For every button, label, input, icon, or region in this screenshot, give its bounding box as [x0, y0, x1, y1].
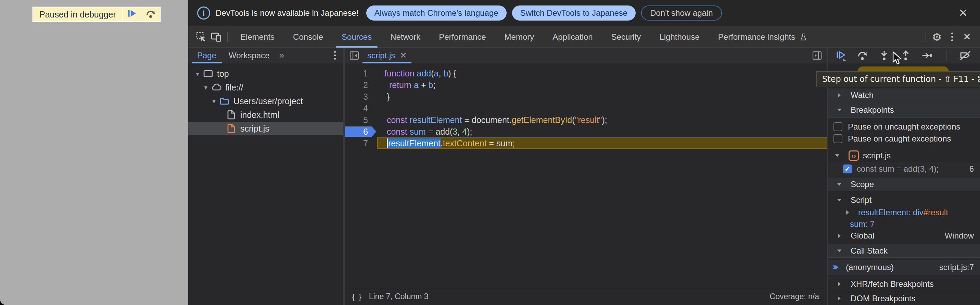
js-file-icon: ‹› [848, 150, 859, 161]
infobar-close-icon[interactable]: ✕ [955, 6, 971, 19]
hide-navigator-icon[interactable] [347, 49, 361, 62]
step-over-button[interactable] [856, 50, 869, 62]
section-call-stack[interactable]: Call Stack [828, 244, 980, 258]
info-icon: i [197, 6, 210, 19]
gutter-line-4[interactable]: 4 [345, 102, 377, 114]
section-xhr-breakpoints[interactable]: XHR/fetch Breakpoints [828, 278, 980, 290]
editor-statusbar: { } Line 7, Column 3 Coverage: n/a [345, 288, 827, 305]
gutter-line-2[interactable]: 2 [345, 79, 377, 91]
breakpoint-gutter-line-6[interactable]: 6 [345, 126, 377, 137]
devtools-window: i DevTools is now available in Japanese!… [188, 0, 980, 305]
editor-tabbar: script.js ✕ [345, 48, 827, 63]
pause-uncaught-checkbox[interactable] [834, 122, 842, 131]
gutter-line-1[interactable]: 1 [345, 67, 377, 79]
panel-tab-performance-insights[interactable]: Performance insights [709, 26, 817, 48]
section-watch[interactable]: Watch [828, 88, 980, 102]
editor-tab-scriptjs[interactable]: script.js ✕ [361, 48, 413, 63]
resume-button[interactable] [835, 50, 847, 62]
tree-expander-icon[interactable]: ▾ [201, 84, 210, 91]
pause-caught-checkbox[interactable] [834, 134, 842, 143]
tree-expander-icon[interactable]: ▾ [210, 97, 218, 105]
dont-show-again-button[interactable]: Don't show again [641, 5, 722, 21]
pretty-print-icon[interactable]: { } [352, 292, 362, 302]
breakpoint-entry[interactable]: ✓ const sum = add(3, 4); 6 [828, 163, 980, 176]
breakpoint-checkbox[interactable]: ✓ [843, 164, 852, 173]
step-over-banner-button[interactable] [142, 8, 160, 21]
folder-icon [219, 96, 230, 106]
scope-var-resultelement[interactable]: resultElement: div#result [828, 206, 980, 219]
code-line-5: 5 const resultElement = document.getElem… [345, 114, 827, 126]
switch-to-japanese-button[interactable]: Switch DevTools to Japanese [512, 5, 636, 21]
navigator-tab-page[interactable]: Page [191, 48, 223, 63]
code-line-1: 1function add(a, b) { [345, 67, 827, 79]
tree-item-label: index.html [240, 110, 279, 120]
inspect-element-icon[interactable] [194, 29, 209, 45]
execution-line-content[interactable]: resultElement.textContent = sum; [377, 137, 827, 149]
call-stack-frame[interactable]: (anonymous) script.js:7 [828, 260, 980, 275]
panel-tab-network[interactable]: Network [381, 26, 430, 48]
gutter-line-3[interactable]: 3 [345, 91, 377, 102]
cursor-position: Line 7, Column 3 [369, 292, 428, 301]
deactivate-breakpoints-icon[interactable] [959, 50, 972, 62]
section-scope[interactable]: Scope [828, 177, 980, 191]
tree-item-label: file:// [225, 83, 243, 93]
panel-tab-memory[interactable]: Memory [495, 26, 544, 48]
flask-icon [799, 33, 808, 41]
tree-expander-icon[interactable]: ▾ [193, 70, 202, 78]
resume-script-button[interactable] [123, 8, 141, 21]
language-infobar: i DevTools is now available in Japanese!… [188, 0, 980, 26]
line-content[interactable]: const resultElement = document.getElemen… [377, 114, 827, 126]
gutter-line-7[interactable]: 7 [345, 137, 377, 149]
line-content[interactable]: } [377, 91, 827, 102]
tree-item-index.html[interactable]: index.html [188, 108, 343, 122]
devtools-close-icon[interactable]: ✕ [959, 29, 975, 45]
scope-global-row[interactable]: Global Window [828, 230, 980, 242]
scope-var-sum[interactable]: sum: 7 [828, 219, 980, 230]
pause-uncaught-row: Pause on uncaught exceptions [828, 121, 980, 133]
line-content[interactable] [377, 102, 827, 114]
navigator-menu-icon[interactable] [329, 51, 340, 60]
breakpoint-line-number: 6 [969, 164, 980, 174]
panel-tab-security[interactable]: Security [602, 26, 651, 48]
tree-item-users-user-project[interactable]: ▾Users/user/project [188, 94, 343, 108]
breakpoint-group-scriptjs[interactable]: ‹› script.js [828, 148, 980, 163]
debugger-toolbar-separator [946, 50, 947, 61]
tree-item-label: Users/user/project [234, 96, 303, 106]
cloud-icon [211, 82, 222, 93]
tree-item-label: script.js [240, 124, 269, 134]
step-button[interactable] [921, 50, 934, 62]
file-icon [226, 110, 237, 120]
tree-item-top[interactable]: ▾top [188, 67, 343, 81]
line-content[interactable]: return a + b; [377, 79, 827, 91]
step-into-button[interactable] [878, 50, 890, 62]
navigator-tab-workspace[interactable]: Workspace [223, 48, 276, 63]
customize-menu-icon[interactable] [944, 29, 959, 45]
gutter-line-5[interactable]: 5 [345, 114, 377, 126]
panel-tab-elements[interactable]: Elements [231, 26, 284, 48]
settings-gear-icon[interactable]: ⚙ [929, 29, 944, 45]
editor-pane: script.js ✕ 1function add(a, b) {2 retur… [345, 48, 827, 305]
more-tabs-icon[interactable]: » [276, 50, 288, 61]
code-line-3: 3 } [345, 91, 827, 102]
section-breakpoints[interactable]: Breakpoints [828, 102, 980, 118]
editor-tab-close-icon[interactable]: ✕ [400, 51, 407, 60]
line-content[interactable]: function add(a, b) { [377, 67, 827, 79]
panel-tab-lighthouse[interactable]: Lighthouse [650, 26, 708, 48]
device-toolbar-icon[interactable] [209, 29, 224, 45]
tree-item-script.js[interactable]: script.js [188, 122, 343, 136]
always-match-language-button[interactable]: Always match Chrome's language [366, 5, 507, 21]
current-frame-icon [832, 264, 840, 271]
section-dom-breakpoints[interactable]: DOM Breakpoints [828, 292, 980, 304]
panel-tab-performance[interactable]: Performance [430, 26, 495, 48]
panel-tab-sources[interactable]: Sources [332, 26, 381, 48]
panel-tab-console[interactable]: Console [284, 26, 332, 48]
frame-icon [203, 69, 213, 79]
tree-item-file-[interactable]: ▾file:// [188, 81, 343, 94]
hide-debugger-icon[interactable] [810, 49, 824, 62]
scope-script-row[interactable]: Script [828, 194, 980, 206]
panel-tab-application[interactable]: Application [543, 26, 602, 48]
code-editor[interactable]: 1function add(a, b) {2 return a + b;3 }4… [345, 63, 827, 288]
navigator-pane: Page Workspace » ▾top▾file://▾Users/user… [188, 48, 343, 305]
line-content[interactable]: const sum = add(3, 4); [377, 126, 827, 137]
step-over-icon [145, 8, 156, 21]
